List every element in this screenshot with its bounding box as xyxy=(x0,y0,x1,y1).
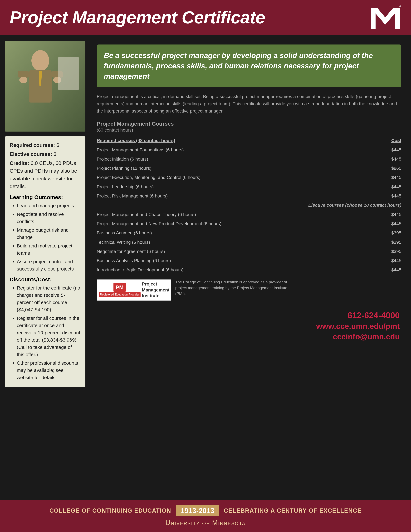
course-name: Project Management Foundations (6 hours) xyxy=(97,145,379,154)
contact-email: cceinfo@umn.edu xyxy=(97,332,400,341)
course-cost: $445 xyxy=(379,154,401,164)
list-item: Register for the certificate (no charge)… xyxy=(17,284,81,313)
credits-note: CPEs and PDHs may also be available; che… xyxy=(10,168,77,189)
svg-point-4 xyxy=(31,50,49,71)
footer-top: College of Continuing Education 1913-201… xyxy=(49,505,362,516)
footer-celebrating: Celebrating a Century of Excellence xyxy=(224,507,362,514)
page-title: Project Management Certificate xyxy=(10,8,265,27)
elective-header-row: Elective courses (choose 18 contact hour… xyxy=(97,200,401,210)
list-item: Other professional discounts may be avai… xyxy=(17,359,81,381)
required-courses-label: Required courses: xyxy=(10,142,55,148)
course-table: Required courses (48 contact hours) Cost… xyxy=(97,136,401,275)
credits-line: Credits: 6.0 CEUs, 60 PDUs CPEs and PDHs… xyxy=(10,159,81,190)
contact-section: 612-624-4000 www.cce.umn.edu/pmt cceinfo… xyxy=(97,311,401,341)
course-cost: $445 xyxy=(379,191,401,200)
required-courses-count: 6 xyxy=(56,142,59,148)
course-name: Business Acumen (6 hours) xyxy=(97,228,379,238)
header: Project Management Certificate ® xyxy=(0,0,411,35)
pmi-text-2: Management xyxy=(142,287,169,293)
course-cost: $860 xyxy=(379,164,401,173)
tagline-text: Be a successful project manager by devel… xyxy=(104,50,394,81)
pmi-icon: PM xyxy=(113,283,126,292)
elective-courses-count: 3 xyxy=(54,151,56,157)
course-name: Project Planning (12 hours) xyxy=(97,164,379,173)
list-item: Assure project control and successfully … xyxy=(17,258,81,272)
list-item: Lead and manage projects xyxy=(17,202,81,209)
course-name: Technical Writing (6 hours) xyxy=(97,238,379,247)
list-item: Negotiate and resolve conflicts xyxy=(17,210,81,225)
course-cost: $395 xyxy=(379,228,401,238)
course-section-subtitle: (80 contact hours) xyxy=(97,127,401,133)
footer-year-badge: 1913-2013 xyxy=(176,505,219,516)
table-row: Project Management and Chaos Theory (6 h… xyxy=(97,210,401,219)
course-name: Project Management and Chaos Theory (6 h… xyxy=(97,210,379,219)
table-row: Business Analysis Planning (6 hours) $44… xyxy=(97,256,401,265)
course-cost: $445 xyxy=(379,219,401,228)
footer-year-text: 1913-2013 xyxy=(180,507,214,515)
cost-header: Cost xyxy=(379,136,401,145)
pmi-badge-text: Registered Education Provider xyxy=(100,293,139,296)
learning-outcomes-list: Lead and manage projects Negotiate and r… xyxy=(10,202,81,272)
course-cost: $445 xyxy=(379,173,401,182)
credits-label: Credits: xyxy=(10,160,29,166)
table-row: Project Execution, Monitoring, and Contr… xyxy=(97,173,401,182)
pmi-logo-text: Project Management Institute xyxy=(142,281,169,299)
elective-courses-label: Elective courses: xyxy=(10,151,52,157)
table-row: Project Leadership (6 hours) $445 xyxy=(97,182,401,191)
discounts-heading: Discounts/Cost: xyxy=(10,276,81,283)
tagline-box: Be a successful project manager by devel… xyxy=(97,45,401,87)
person-photo xyxy=(5,41,85,132)
svg-point-9 xyxy=(19,77,28,83)
course-cost: $445 xyxy=(379,182,401,191)
list-item: Manage budget risk and change xyxy=(17,226,81,241)
course-cost: $445 xyxy=(379,265,401,274)
required-header-label: Required courses (48 contact hours) xyxy=(97,136,379,145)
elective-header-label: Elective courses (choose 18 contact hour… xyxy=(97,200,401,210)
table-row: Project Risk Management (6 hours) $445 xyxy=(97,191,401,200)
course-name: Negotiate for Agreement (6 hours) xyxy=(97,247,379,256)
elective-courses-line: Elective courses: 3 xyxy=(10,150,81,158)
learning-outcomes-heading: Learning Outcomes: xyxy=(10,194,81,200)
umn-logo: ® xyxy=(369,5,401,30)
course-name: Business Analysis Planning (6 hours) xyxy=(97,256,379,265)
table-row: Introduction to Agile Development (6 hou… xyxy=(97,265,401,274)
course-section-title: Project Management Courses xyxy=(97,121,401,127)
course-cost: $445 xyxy=(379,145,401,154)
discounts-list: Register for the certificate (no charge)… xyxy=(10,284,81,381)
course-name: Project Execution, Monitoring, and Contr… xyxy=(97,173,379,182)
pmi-badge: Registered Education Provider xyxy=(99,292,140,297)
required-courses-line: Required courses: 6 xyxy=(10,141,81,149)
pmi-text-3: Institute xyxy=(142,293,169,299)
table-row: Technical Writing (6 hours) $395 xyxy=(97,238,401,247)
list-item: Register for all courses in the certific… xyxy=(17,314,81,358)
footer: College of Continuing Education 1913-201… xyxy=(0,500,411,532)
list-item: Build and motivate project teams xyxy=(17,242,81,257)
course-cost: $445 xyxy=(379,256,401,265)
course-cost: $395 xyxy=(379,238,401,247)
table-row: Project Management and New Product Devel… xyxy=(97,219,401,228)
svg-text:®: ® xyxy=(399,5,401,8)
pmi-text-1: Project xyxy=(142,281,169,287)
table-row: Negotiate for Agreement (6 hours) $395 xyxy=(97,247,401,256)
description-text: Project management is a critical, in-dem… xyxy=(97,93,401,115)
required-header-row: Required courses (48 contact hours) Cost xyxy=(97,136,401,145)
course-name: Project Initiation (6 hours) xyxy=(97,154,379,164)
contact-phone: 612-624-4000 xyxy=(97,311,400,320)
pmi-section: PM Registered Education Provider Project… xyxy=(97,279,401,301)
course-cost: $395 xyxy=(379,247,401,256)
course-name: Project Management and New Product Devel… xyxy=(97,219,379,228)
footer-university: University of Minnesota xyxy=(165,519,245,527)
course-name: Project Leadership (6 hours) xyxy=(97,182,379,191)
right-content: Be a successful project manager by devel… xyxy=(90,35,411,502)
contact-website: www.cce.umn.edu/pmt xyxy=(97,322,400,331)
pmi-logo-box: PM Registered Education Provider Project… xyxy=(97,279,171,301)
footer-college-text: College of Continuing Education xyxy=(49,507,171,514)
table-row: Project Management Foundations (6 hours)… xyxy=(97,145,401,154)
credits-value: 6.0 CEUs, 60 PDUs xyxy=(31,160,76,166)
course-name: Introduction to Agile Development (6 hou… xyxy=(97,265,379,274)
svg-rect-7 xyxy=(18,71,29,77)
svg-rect-11 xyxy=(58,57,79,90)
course-cost: $445 xyxy=(379,210,401,219)
left-sidebar: Required courses: 6 Elective courses: 3 … xyxy=(0,35,90,502)
table-row: Project Initiation (6 hours) $445 xyxy=(97,154,401,164)
